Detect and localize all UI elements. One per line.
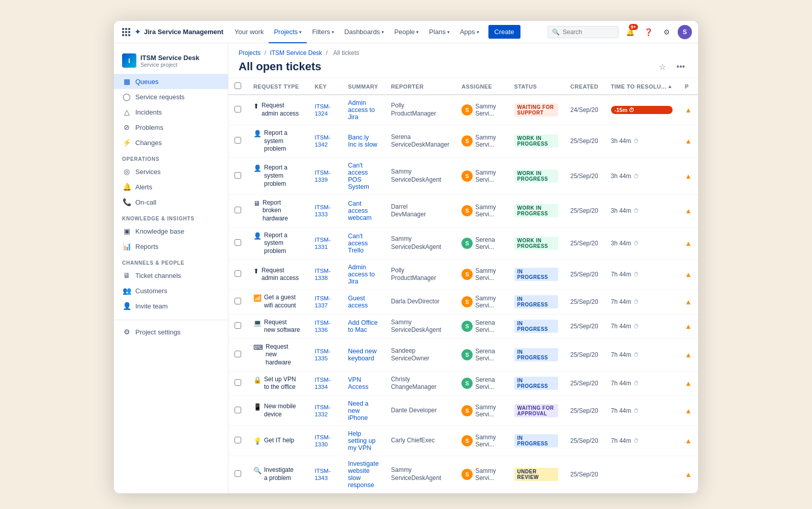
row-checkbox-cell[interactable] xyxy=(228,227,247,260)
key-cell[interactable]: ITSM-1333 xyxy=(308,194,342,227)
nav-projects[interactable]: Projects ▾ xyxy=(269,21,307,43)
ticket-key[interactable]: ITSM-1336 xyxy=(314,320,330,333)
row-checkbox-cell[interactable] xyxy=(228,95,247,125)
ticket-summary[interactable]: VPN Access xyxy=(348,376,368,390)
user-avatar[interactable]: S xyxy=(678,25,692,39)
summary-cell[interactable]: Add Office to Mac xyxy=(342,314,385,338)
row-checkbox-cell[interactable] xyxy=(228,125,247,158)
key-cell[interactable]: ITSM-1331 xyxy=(308,227,342,260)
ticket-key[interactable]: ITSM-1331 xyxy=(314,237,330,250)
row-checkbox[interactable] xyxy=(235,270,241,277)
ticket-key[interactable]: ITSM-1339 xyxy=(314,169,330,183)
ticket-summary[interactable]: Guest access xyxy=(348,295,368,309)
row-checkbox[interactable] xyxy=(235,322,241,329)
sidebar-item-service-requests[interactable]: ◯ Service requests xyxy=(114,89,228,104)
summary-cell[interactable]: Banc.ly Inc is slow xyxy=(342,125,385,158)
key-cell[interactable]: ITSM-1332 xyxy=(308,395,342,426)
row-checkbox[interactable] xyxy=(235,137,241,144)
summary-cell[interactable]: Guest access xyxy=(342,290,385,314)
ticket-key[interactable]: ITSM-1337 xyxy=(314,295,330,308)
row-checkbox[interactable] xyxy=(235,379,241,386)
ticket-summary[interactable]: Add Office to Mac xyxy=(348,319,378,333)
row-checkbox[interactable] xyxy=(235,298,241,304)
summary-cell[interactable]: VPN Access xyxy=(342,371,385,395)
help-button[interactable]: ❓ xyxy=(641,25,655,39)
key-cell[interactable]: ITSM-1337 xyxy=(308,290,342,314)
search-input[interactable] xyxy=(563,29,614,36)
ticket-summary[interactable]: Cant access webcam xyxy=(348,200,372,221)
notifications-button[interactable]: 🔔 9+ xyxy=(623,25,637,39)
nav-filters[interactable]: Filters ▾ xyxy=(307,21,339,43)
breadcrumb-service-desk[interactable]: ITSM Service Desk xyxy=(270,49,322,56)
ticket-key[interactable]: ITSM-1338 xyxy=(314,268,330,281)
ticket-summary[interactable]: Admin access to Jira xyxy=(348,99,375,121)
nav-plans[interactable]: Plans ▾ xyxy=(424,21,455,43)
row-checkbox-cell[interactable] xyxy=(228,157,247,194)
ticket-summary[interactable]: Can't access Trello xyxy=(348,233,368,254)
sidebar-item-on-call[interactable]: 📞 On-call xyxy=(114,194,228,210)
key-cell[interactable]: ITSM-1339 xyxy=(308,157,342,194)
summary-cell[interactable]: Need new keyboard xyxy=(342,338,385,371)
ticket-key[interactable]: ITSM-1343 xyxy=(314,468,330,481)
star-button[interactable]: ☆ xyxy=(655,60,670,74)
sidebar-item-services[interactable]: ◎ Services xyxy=(114,164,228,179)
key-cell[interactable]: ITSM-1338 xyxy=(308,260,342,290)
summary-cell[interactable]: Help setting up my VPN xyxy=(342,426,385,456)
row-checkbox-cell[interactable] xyxy=(228,426,247,456)
row-checkbox[interactable] xyxy=(235,470,241,477)
row-checkbox-cell[interactable] xyxy=(228,194,247,227)
nav-dashboards[interactable]: Dashboards ▾ xyxy=(339,21,389,43)
ticket-key[interactable]: ITSM-1342 xyxy=(314,134,330,148)
row-checkbox-cell[interactable] xyxy=(228,314,247,338)
key-cell[interactable]: ITSM-1336 xyxy=(308,314,342,338)
summary-cell[interactable]: Need a new iPhone xyxy=(342,395,385,426)
row-checkbox-cell[interactable] xyxy=(228,338,247,371)
grid-icon[interactable] xyxy=(120,26,132,38)
th-time[interactable]: Time to resolu... ▲ xyxy=(605,78,679,95)
sidebar-item-incidents[interactable]: △ Incidents xyxy=(114,104,228,120)
summary-cell[interactable]: Can't access Trello xyxy=(342,227,385,260)
search-box[interactable]: 🔍 xyxy=(547,26,619,38)
key-cell[interactable]: ITSM-1342 xyxy=(308,125,342,158)
ticket-key[interactable]: ITSM-1330 xyxy=(314,434,330,447)
ticket-summary[interactable]: Need new keyboard xyxy=(348,348,376,362)
sidebar-item-knowledge-base[interactable]: ▣ Knowledge base xyxy=(114,223,228,239)
sidebar-item-ticket-channels[interactable]: 🖥 Ticket channels xyxy=(114,268,228,283)
settings-button[interactable]: ⚙ xyxy=(659,25,674,39)
more-button[interactable]: ••• xyxy=(674,60,688,74)
sidebar-item-reports[interactable]: 📊 Reports xyxy=(114,239,228,254)
sidebar-item-project-settings[interactable]: ⚙ Project settings xyxy=(114,324,228,340)
key-cell[interactable]: ITSM-1335 xyxy=(308,338,342,371)
row-checkbox[interactable] xyxy=(235,172,241,179)
create-button[interactable]: Create xyxy=(488,25,520,39)
row-checkbox-cell[interactable] xyxy=(228,371,247,395)
key-cell[interactable]: ITSM-1343 xyxy=(308,456,342,493)
ticket-key[interactable]: ITSM-1324 xyxy=(314,103,330,117)
ticket-key[interactable]: ITSM-1332 xyxy=(314,404,330,417)
ticket-summary[interactable]: Can't access POS System xyxy=(348,162,369,190)
summary-cell[interactable]: Investigate website slowresponse xyxy=(342,456,385,493)
summary-cell[interactable]: Admin access to Jira xyxy=(342,95,385,125)
row-checkbox[interactable] xyxy=(235,351,241,357)
sidebar-item-problems[interactable]: ⊘ Problems xyxy=(114,120,228,135)
ticket-key[interactable]: ITSM-1335 xyxy=(314,348,330,361)
ticket-summary[interactable]: Banc.ly Inc is slow xyxy=(348,134,378,148)
sidebar-item-queues[interactable]: ▦ Queues xyxy=(114,74,228,89)
row-checkbox-cell[interactable] xyxy=(228,456,247,493)
row-checkbox[interactable] xyxy=(235,437,241,443)
ticket-key[interactable]: ITSM-1334 xyxy=(314,377,330,390)
sidebar-item-customers[interactable]: 👥 Customers xyxy=(114,283,228,298)
ticket-summary[interactable]: Admin access to Jira xyxy=(348,264,375,285)
row-checkbox[interactable] xyxy=(235,239,241,246)
row-checkbox-cell[interactable] xyxy=(228,290,247,314)
row-checkbox[interactable] xyxy=(235,106,241,112)
nav-apps[interactable]: Apps ▾ xyxy=(455,21,484,43)
summary-cell[interactable]: Can't access POS System xyxy=(342,157,385,194)
sidebar-item-invite-team[interactable]: 👤 Invite team xyxy=(114,298,228,314)
select-all-checkbox[interactable] xyxy=(235,82,241,89)
ticket-summary[interactable]: Investigate website slowresponse xyxy=(348,460,379,489)
row-checkbox-cell[interactable] xyxy=(228,395,247,426)
row-checkbox[interactable] xyxy=(235,407,241,413)
summary-cell[interactable]: Cant access webcam xyxy=(342,194,385,227)
summary-cell[interactable]: Admin access to Jira xyxy=(342,260,385,290)
